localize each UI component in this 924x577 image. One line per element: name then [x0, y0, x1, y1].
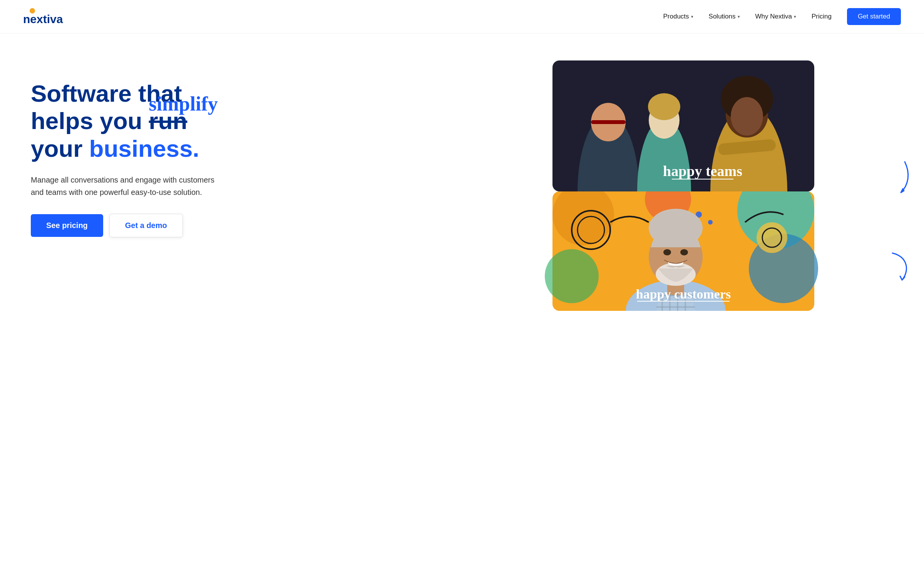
get-demo-label: Get a demo	[125, 221, 167, 230]
simplify-text: simplify	[149, 92, 218, 116]
see-pricing-label: See pricing	[46, 221, 88, 230]
nav-link-why-nextiva[interactable]: Why Nextiva ▾	[755, 13, 796, 20]
simplify-wrap: run simplify	[149, 107, 187, 134]
nav-links: Products ▾ Solutions ▾ Why Nextiva ▾ Pri…	[663, 8, 901, 25]
svg-point-12	[731, 97, 763, 136]
get-started-button[interactable]: Get started	[847, 8, 901, 25]
svg-text:nextiva: nextiva	[23, 13, 63, 25]
hero-section: Software that helps you run simplify you…	[0, 34, 924, 577]
nav-link-products[interactable]: Products ▾	[663, 13, 693, 20]
nav-link-solutions[interactable]: Solutions ▾	[709, 13, 740, 20]
why-nextiva-chevron-icon: ▾	[794, 14, 796, 19]
headline-helps-you-run: helps you run simplify	[31, 107, 187, 134]
logo[interactable]: nextiva	[23, 7, 85, 26]
pricing-label: Pricing	[812, 13, 832, 20]
hero-left: Software that helps you run simplify you…	[31, 57, 449, 237]
hero-image-bottom: happy customers	[466, 191, 901, 311]
images-container: happy teams	[466, 60, 901, 311]
hero-subtext: Manage all conversations and engage with…	[31, 174, 216, 198]
bottom-image-svg: happy customers	[466, 191, 901, 311]
hero-buttons: See pricing Get a demo	[31, 214, 449, 237]
solutions-label: Solutions	[709, 13, 736, 20]
hero-right: happy teams	[466, 57, 901, 311]
solutions-chevron-icon: ▾	[738, 14, 740, 19]
nextiva-logo-svg: nextiva	[23, 7, 85, 26]
products-chevron-icon: ▾	[691, 14, 693, 19]
see-pricing-button[interactable]: See pricing	[31, 214, 103, 237]
get-demo-button[interactable]: Get a demo	[109, 214, 183, 237]
nav-item-pricing[interactable]: Pricing	[812, 13, 832, 20]
blue-arrow-bottom-icon	[885, 249, 912, 288]
get-started-label: Get started	[858, 13, 890, 20]
svg-point-33	[663, 249, 671, 255]
svg-point-24	[757, 222, 787, 253]
top-image-svg: happy teams	[466, 60, 901, 191]
svg-point-20	[545, 249, 599, 303]
svg-rect-5	[591, 120, 626, 124]
nav-item-solutions[interactable]: Solutions ▾	[709, 13, 740, 20]
nav-link-pricing[interactable]: Pricing	[812, 13, 832, 20]
headline-your-business: your business.	[31, 135, 199, 162]
why-nextiva-label: Why Nextiva	[755, 13, 792, 20]
svg-point-35	[649, 209, 703, 247]
nav-item-why-nextiva[interactable]: Why Nextiva ▾	[755, 13, 796, 20]
nav-item-get-started[interactable]: Get started	[847, 8, 901, 25]
svg-text:happy customers: happy customers	[636, 287, 731, 301]
blue-arrow-connector-icon	[882, 158, 912, 204]
hero-image-top: happy teams	[466, 60, 901, 191]
svg-point-8	[648, 93, 680, 120]
nav-item-products[interactable]: Products ▾	[663, 13, 693, 20]
svg-text:happy teams: happy teams	[663, 163, 742, 179]
business-text: business.	[89, 135, 199, 162]
hero-headline: Software that helps you run simplify you…	[31, 80, 449, 162]
svg-point-34	[680, 249, 688, 255]
products-label: Products	[663, 13, 689, 20]
navbar: nextiva Products ▾ Solutions ▾ Why Nexti…	[0, 0, 924, 34]
svg-point-27	[708, 220, 713, 225]
